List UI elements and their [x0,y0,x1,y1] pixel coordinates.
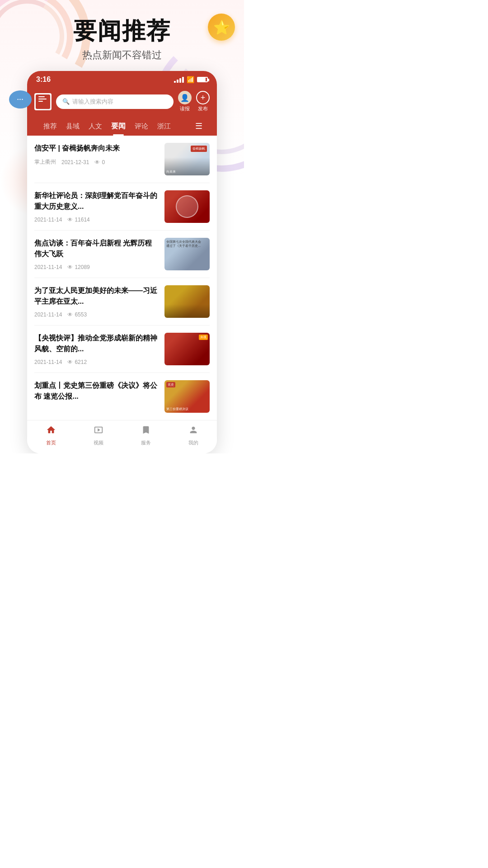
news-date: 2021-11-14 [34,217,62,223]
news-thumbnail: 奋楫扬帆 向未来 [164,143,210,175]
plus-icon: + [196,91,210,104]
view-count: 0 [102,159,105,165]
search-placeholder-text: 请输入搜索内容 [72,98,113,106]
bottom-nav-mine[interactable]: 我的 [188,425,198,446]
news-title: 焦点访谈：百年奋斗启新程 光辉历程 伟大飞跃 [34,238,158,259]
news-title: 新华社评论员：深刻理解党百年奋斗的重大历史意义... [34,190,158,212]
app-logo[interactable] [34,93,52,110]
news-item[interactable]: 【央视快评】推动全党形成崭新的精神风貌、空前的... 2021-11-14 👁 … [34,326,210,373]
news-views: 👁 6553 [67,311,87,318]
view-count: 6553 [75,311,87,318]
service-icon [141,425,151,438]
news-views: 👁 0 [94,159,105,165]
bottom-nav: 首页 视频 服务 我的 [27,420,217,453]
view-count: 6212 [75,359,87,365]
news-thumbnail: 全国第七次全国代表大会通过了《关于若干历史... [164,238,210,270]
bottom-nav-service[interactable]: 服务 [141,425,151,446]
mine-icon [188,425,198,438]
tab-pinglun[interactable]: 评论 [130,118,153,135]
news-content: 为了亚太人民更加美好的未来——习近平主席在亚太... 2021-11-14 👁 … [34,285,158,318]
news-date: 2021-11-14 [34,311,62,318]
publish-label: 发布 [198,105,208,112]
news-thumbnail: 党史 第三份重磅决议 [164,380,210,413]
news-item[interactable]: 新华社评论员：深刻理解党百年奋斗的重大历史意义... 2021-11-14 👁 … [34,183,210,231]
battery-icon [197,77,208,82]
bottom-nav-home[interactable]: 首页 [46,425,56,446]
status-time: 3:16 [36,75,51,84]
header-search-row: 🔍 请输入搜索内容 👤 读报 + 发布 [34,91,210,112]
news-item[interactable]: 为了亚太人民更加美好的未来——习近平主席在亚太... 2021-11-14 👁 … [34,278,210,326]
news-content: 划重点丨党史第三份重磅《决议》将公布 速览公报... [34,380,158,406]
status-bar: 3:16 📶 [27,71,217,87]
tab-xianyü[interactable]: 县域 [61,118,84,135]
page-subtitle: 热点新闻不容错过 [9,48,235,62]
news-item[interactable]: 焦点访谈：百年奋斗启新程 光辉历程 伟大飞跃 2021-11-14 👁 1208… [34,231,210,278]
news-views: 👁 11614 [67,217,89,223]
news-item[interactable]: 划重点丨党史第三份重磅《决议》将公布 速览公报... 党史 第三份重磅决议 [34,373,210,420]
chat-bubble-button[interactable] [9,90,32,108]
top-section: 要闻推荐 热点新闻不容错过 [0,0,244,71]
nav-menu-icon[interactable]: ☰ [192,117,205,136]
news-title: 【央视快评】推动全党形成崭新的精神风貌、空前的... [34,333,158,354]
news-date: 2021-11-14 [34,264,62,270]
tab-renwen[interactable]: 人文 [84,118,107,135]
service-label: 服务 [141,439,151,446]
news-thumbnail [164,285,210,318]
page-wrapper: ⭐ 要闻推荐 热点新闻不容错过 3:16 📶 [0,0,244,453]
tab-yawen[interactable]: 要闻 [107,117,130,136]
phone-mockup: 3:16 📶 [27,71,217,453]
page-title: 要闻推荐 [9,18,235,44]
header-actions: 👤 读报 + 发布 [178,91,210,112]
video-label: 视频 [94,439,103,446]
eye-icon: 👁 [67,311,73,318]
search-icon: 🔍 [62,98,70,105]
home-icon [46,425,56,438]
news-meta: 2021-11-14 👁 6553 [34,311,158,318]
status-icons: 📶 [174,76,208,83]
bottom-nav-video[interactable]: 视频 [94,425,103,446]
news-content: 信安平 | 奋楫扬帆奔向未来 掌上衢州 2021-12-31 👁 0 [34,143,158,166]
read-label: 读报 [180,105,190,112]
view-count: 11614 [75,217,89,223]
mine-label: 我的 [188,439,198,446]
avatar-icon: 👤 [178,91,192,104]
eye-icon: 👁 [94,159,100,165]
news-source: 掌上衢州 [34,158,56,166]
news-item[interactable]: 信安平 | 奋楫扬帆奔向未来 掌上衢州 2021-12-31 👁 0 奋楫扬帆 [34,136,210,183]
news-list: 信安平 | 奋楫扬帆奔向未来 掌上衢州 2021-12-31 👁 0 奋楫扬帆 [27,136,217,420]
news-views: 👁 6212 [67,359,87,365]
news-date: 2021-11-14 [34,359,62,365]
app-header: 🔍 请输入搜索内容 👤 读报 + 发布 推荐 [27,87,217,136]
news-meta: 2021-11-14 👁 12089 [34,264,158,270]
eye-icon: 👁 [67,264,73,270]
news-title: 为了亚太人民更加美好的未来——习近平主席在亚太... [34,285,158,307]
news-content: 【央视快评】推动全党形成崭新的精神风貌、空前的... 2021-11-14 👁 … [34,333,158,365]
video-icon [94,425,103,438]
news-title: 信安平 | 奋楫扬帆奔向未来 [34,143,158,154]
news-title: 划重点丨党史第三份重磅《决议》将公布 速览公报... [34,380,158,402]
news-content: 焦点访谈：百年奋斗启新程 光辉历程 伟大飞跃 2021-11-14 👁 1208… [34,238,158,270]
home-label: 首页 [46,439,56,446]
publish-button[interactable]: + 发布 [196,91,210,112]
news-thumbnail: 央视 [164,333,210,365]
news-views: 👁 12089 [67,264,89,270]
eye-icon: 👁 [67,359,73,365]
news-meta: 2021-11-14 👁 11614 [34,217,158,223]
view-count: 12089 [75,264,89,270]
search-box[interactable]: 🔍 请输入搜索内容 [56,94,174,109]
news-thumbnail [164,190,210,223]
signal-icon [174,77,184,83]
news-meta: 掌上衢州 2021-12-31 👁 0 [34,158,158,166]
star-button[interactable]: ⭐ [208,14,235,41]
eye-icon: 👁 [67,217,73,223]
news-date: 2021-12-31 [61,159,89,165]
nav-tabs: 推荐 县域 人文 要闻 评论 浙江 ☰ [34,117,210,136]
news-content: 新华社评论员：深刻理解党百年奋斗的重大历史意义... 2021-11-14 👁 … [34,190,158,223]
tab-tuijian[interactable]: 推荐 [39,118,61,135]
read-button[interactable]: 👤 读报 [178,91,192,112]
news-meta: 2021-11-14 👁 6212 [34,359,158,365]
wifi-icon: 📶 [187,76,194,83]
tab-zhejiang[interactable]: 浙江 [153,118,175,135]
